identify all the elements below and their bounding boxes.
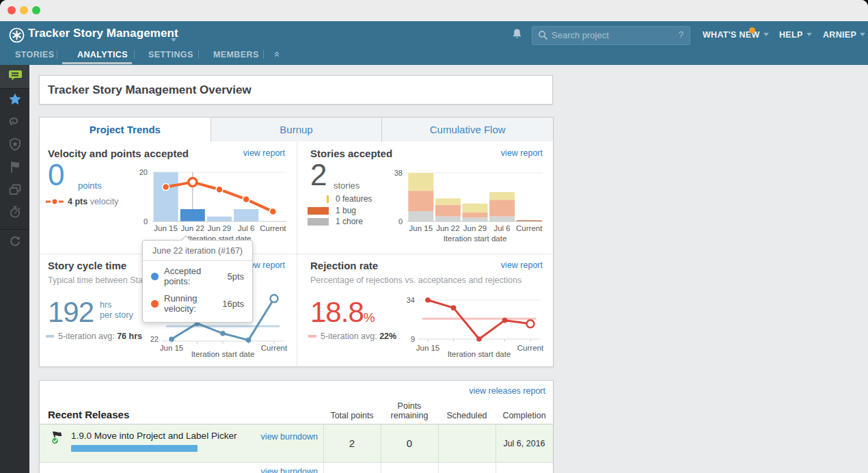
stories-unit: stories	[334, 180, 360, 191]
svg-text:Jun 15: Jun 15	[416, 344, 440, 352]
chore-swatch	[308, 218, 329, 226]
stories-view-report-link[interactable]: view report	[501, 148, 543, 158]
nav-tab-analytics[interactable]: ANALYTICS	[77, 50, 128, 59]
svg-text:Jul 6: Jul 6	[493, 224, 510, 232]
svg-text:Current: Current	[260, 224, 286, 232]
col-total-points: Total points	[323, 400, 381, 420]
notifications-bell-icon[interactable]	[511, 28, 523, 44]
svg-text:Jun 22: Jun 22	[181, 224, 205, 232]
view-burndown-link[interactable]: view burndown	[261, 432, 318, 442]
rejection-legend: 5-iteration avg: 22%	[308, 332, 396, 341]
overview-header-card: Tracker Story Management Overview	[39, 75, 553, 105]
side-toolbar	[0, 65, 29, 473]
svg-text:Jun 15: Jun 15	[409, 224, 433, 232]
svg-text:Jun 15: Jun 15	[154, 224, 178, 232]
svg-text:Current: Current	[261, 344, 288, 352]
starred-panel-icon[interactable]	[0, 92, 29, 110]
shield-icebox-icon[interactable]	[0, 137, 29, 155]
nav-tab-members[interactable]: MEMBERS	[213, 50, 259, 59]
zoom-window-button[interactable]	[32, 6, 40, 14]
refresh-icon[interactable]	[0, 234, 29, 252]
velocity-big-number: 0	[48, 158, 64, 192]
rejection-avg-swatch	[308, 335, 316, 338]
help-menu[interactable]: HELP	[779, 30, 812, 40]
project-title: Tracker Story Management	[28, 27, 178, 40]
minimize-window-button[interactable]	[20, 6, 28, 14]
search-help-icon[interactable]: ?	[679, 29, 683, 40]
accepted-points-dot	[151, 273, 159, 280]
velocity-view-report-link[interactable]: view report	[243, 148, 285, 158]
tab-project-trends[interactable]: Project Trends	[40, 118, 211, 142]
release-points-remaining: 0	[381, 437, 438, 449]
bug-swatch	[308, 207, 329, 215]
svg-text:Current: Current	[516, 224, 543, 232]
app-header: Tracker Story Management STORIES ANALYTI…	[0, 21, 868, 65]
svg-text:Jun 29: Jun 29	[463, 224, 487, 232]
macos-titlebar	[0, 0, 868, 22]
stopwatch-icon[interactable]	[0, 205, 29, 223]
cycle-panel-title: Story cycle time	[48, 260, 126, 271]
cycle-avg-swatch	[46, 335, 54, 338]
close-window-button[interactable]	[8, 6, 16, 14]
svg-text:Jun 22: Jun 22	[436, 224, 460, 232]
svg-text:0: 0	[398, 217, 403, 226]
nav-tab-stories[interactable]: STORIES	[15, 50, 54, 59]
page-title: Tracker Story Management Overview	[48, 83, 252, 97]
view-burndown-link-2[interactable]: view burndown	[261, 467, 318, 473]
release-name[interactable]: 1.9.0 Move into Project and Label Picker	[71, 431, 236, 441]
svg-text:Iteration start date: Iteration start date	[444, 234, 507, 243]
stories-legend-features: 0 features	[308, 194, 372, 204]
stories-big-number: 2	[310, 158, 326, 192]
release-progress-bar	[71, 445, 198, 452]
rejection-view-report-link[interactable]: view report	[501, 260, 543, 270]
whats-new-badge	[749, 27, 755, 33]
cycle-unit-1: hrs	[100, 300, 111, 310]
user-menu[interactable]: ARNIEP	[823, 30, 865, 40]
cycle-legend: 5-iteration avg: 76 hrs	[46, 332, 142, 341]
backlog-loop-icon[interactable]	[0, 115, 29, 133]
recent-releases-card: view releases report Recent Releases Tot…	[39, 380, 554, 473]
rejection-subtitle: Percentage of rejections vs. acceptances…	[310, 275, 521, 285]
epics-panels-icon[interactable]	[0, 183, 29, 200]
cycle-unit-2: per story	[100, 310, 133, 320]
col-completion: Completion	[496, 400, 553, 420]
view-releases-report-link[interactable]: view releases report	[469, 386, 545, 396]
rejection-big-number: 18.8%	[310, 296, 375, 329]
svg-text:Jul 6: Jul 6	[238, 224, 254, 232]
svg-text:0: 0	[144, 217, 148, 226]
feedback-chat-icon[interactable]	[0, 68, 29, 85]
stories-legend-chores: 1 chore	[308, 217, 363, 226]
collapse-header-icon[interactable]: «	[272, 51, 284, 57]
tab-burnup[interactable]: Burnup	[211, 118, 382, 142]
nav-tab-settings[interactable]: SETTINGS	[148, 50, 193, 59]
tooltip-row-accepted: Accepted points: 5pts	[143, 261, 252, 288]
app-window: Tracker Story Management STORIES ANALYTI…	[0, 0, 868, 473]
svg-text:Iteration start date: Iteration start date	[191, 350, 255, 358]
whats-new-menu[interactable]: WHAT'S NEW	[703, 30, 769, 40]
svg-text:22: 22	[150, 335, 159, 343]
velocity-legend: 4 pts velocity	[46, 197, 118, 206]
analytics-tabs: Project Trends Burnup Cumulative Flow	[39, 117, 554, 142]
trends-panels: Velocity and points accepted view report…	[39, 141, 554, 367]
tab-cumulative-flow[interactable]: Cumulative Flow	[381, 118, 553, 142]
active-tab-underline	[62, 62, 132, 64]
svg-text:Current: Current	[517, 344, 544, 352]
col-scheduled: Scheduled	[438, 400, 496, 420]
svg-text:38: 38	[394, 169, 403, 177]
feature-swatch	[308, 195, 329, 203]
col-points-remaining: Points remaining	[381, 400, 438, 420]
release-total-points: 2	[323, 437, 381, 449]
flag-releases-icon[interactable]	[0, 160, 29, 178]
main-content: Tracker Story Management Overview Projec…	[29, 65, 868, 473]
rejection-panel-title: Rejection rate	[310, 260, 378, 271]
release-completion-date: Jul 6, 2016	[496, 439, 553, 448]
cycle-big-number: 192	[48, 296, 94, 329]
chart-hover-tooltip: June 22 iteration (#167) Accepted points…	[142, 240, 253, 323]
svg-text:9: 9	[411, 335, 415, 343]
search-input[interactable]: Search project ?	[532, 26, 690, 45]
svg-text:Jun 29: Jun 29	[208, 224, 232, 232]
project-switcher-caret-icon[interactable]	[171, 32, 176, 44]
svg-text:20: 20	[139, 168, 148, 176]
velocity-line-swatch	[46, 198, 64, 205]
tracker-logo-icon	[9, 27, 25, 46]
